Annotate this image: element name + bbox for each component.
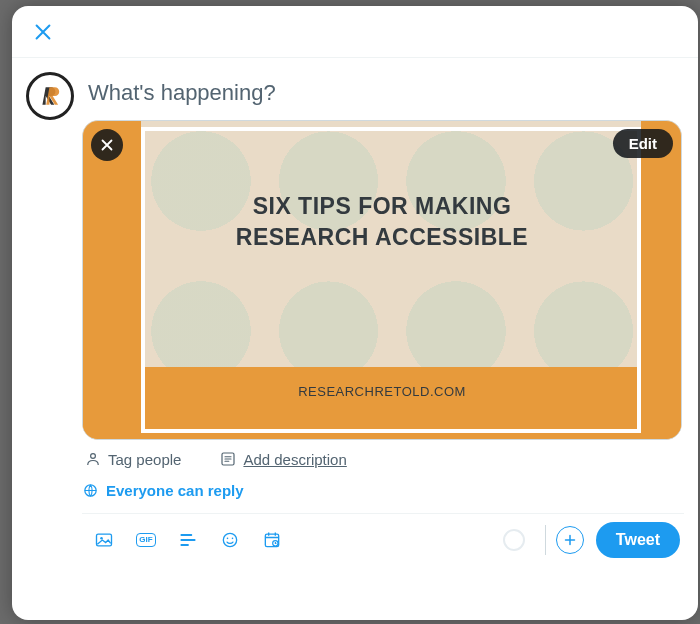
image-icon <box>94 530 114 550</box>
add-emoji-button[interactable] <box>212 522 248 558</box>
compose-toolbar: GIF Tweet <box>82 514 684 570</box>
modal-header <box>12 6 698 58</box>
svg-point-7 <box>232 538 234 540</box>
svg-point-5 <box>223 533 236 546</box>
plus-icon <box>561 531 579 549</box>
compose-body: What's happening? SIX TIPS FOR MAKING R <box>12 58 698 620</box>
avatar-column <box>26 72 82 616</box>
tag-people-label: Tag people <box>108 451 181 468</box>
avatar-logo-icon <box>37 83 63 109</box>
media-title-line2: RESEARCH ACCESSIBLE <box>236 224 528 250</box>
edit-media-button[interactable]: Edit <box>613 129 673 158</box>
tag-people-button[interactable]: Tag people <box>84 450 181 468</box>
svg-rect-3 <box>97 534 112 546</box>
attached-media: SIX TIPS FOR MAKING RESEARCH ACCESSIBLE … <box>82 120 682 440</box>
remove-media-button[interactable] <box>91 129 123 161</box>
poll-icon <box>178 530 198 550</box>
add-description-label: Add description <box>243 451 346 468</box>
compose-content: What's happening? SIX TIPS FOR MAKING R <box>82 72 684 616</box>
gif-icon: GIF <box>136 533 155 547</box>
compose-modal: What's happening? SIX TIPS FOR MAKING R <box>12 6 698 620</box>
media-actions: Tag people Add description <box>82 440 684 474</box>
media-title-line1: SIX TIPS FOR MAKING <box>253 193 512 219</box>
svg-point-6 <box>227 538 229 540</box>
add-description-button[interactable]: Add description <box>219 450 346 468</box>
add-image-button[interactable] <box>86 522 122 558</box>
avatar[interactable] <box>26 72 74 120</box>
reply-setting-label: Everyone can reply <box>106 482 244 499</box>
schedule-button[interactable] <box>254 522 290 558</box>
tweet-button[interactable]: Tweet <box>596 522 680 558</box>
description-icon <box>219 450 237 468</box>
media-image-footer: RESEARCHRETOLD.COM <box>83 384 681 399</box>
svg-point-0 <box>91 454 96 459</box>
character-count-ring <box>503 529 525 551</box>
schedule-icon <box>262 530 282 550</box>
x-icon <box>98 136 116 154</box>
reply-setting-button[interactable]: Everyone can reply <box>82 478 684 503</box>
close-icon <box>32 21 54 43</box>
toolbar-icons: GIF <box>86 522 290 558</box>
globe-icon <box>82 482 99 499</box>
media-image-title: SIX TIPS FOR MAKING RESEARCH ACCESSIBLE <box>83 191 681 253</box>
add-poll-button[interactable] <box>170 522 206 558</box>
emoji-icon <box>220 530 240 550</box>
add-thread-button[interactable] <box>556 526 584 554</box>
toolbar-divider <box>545 525 546 555</box>
person-icon <box>84 450 102 468</box>
compose-input[interactable]: What's happening? <box>82 72 684 120</box>
add-gif-button[interactable]: GIF <box>128 522 164 558</box>
close-button[interactable] <box>26 15 60 49</box>
